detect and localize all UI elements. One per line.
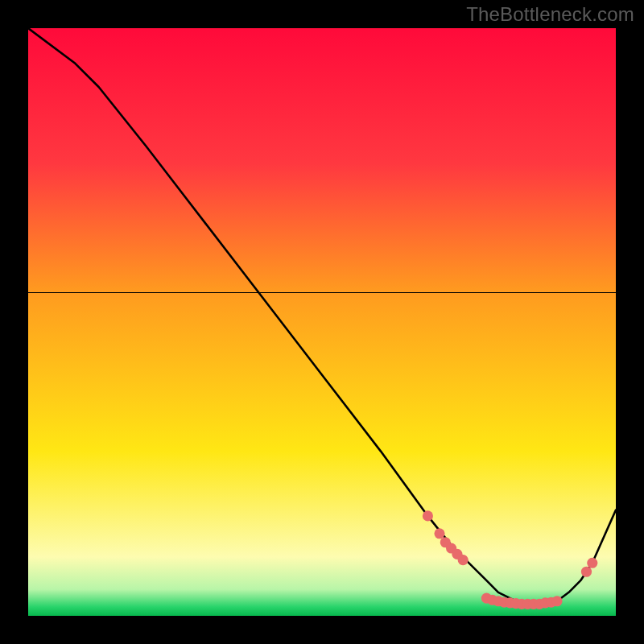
- plot-area: [28, 28, 616, 616]
- bottleneck-curve: [28, 28, 616, 604]
- watermark-text: TheBottleneck.com: [466, 3, 634, 26]
- marker-dot: [434, 528, 444, 539]
- chart-frame: TheBottleneck.com: [0, 0, 644, 644]
- marker-dot: [423, 510, 433, 521]
- curve-svg: [28, 28, 616, 616]
- marker-dot: [581, 567, 592, 577]
- recommendation-markers: [423, 510, 598, 609]
- marker-dot: [551, 596, 562, 606]
- marker-dot: [458, 555, 469, 565]
- marker-dot: [587, 558, 597, 568]
